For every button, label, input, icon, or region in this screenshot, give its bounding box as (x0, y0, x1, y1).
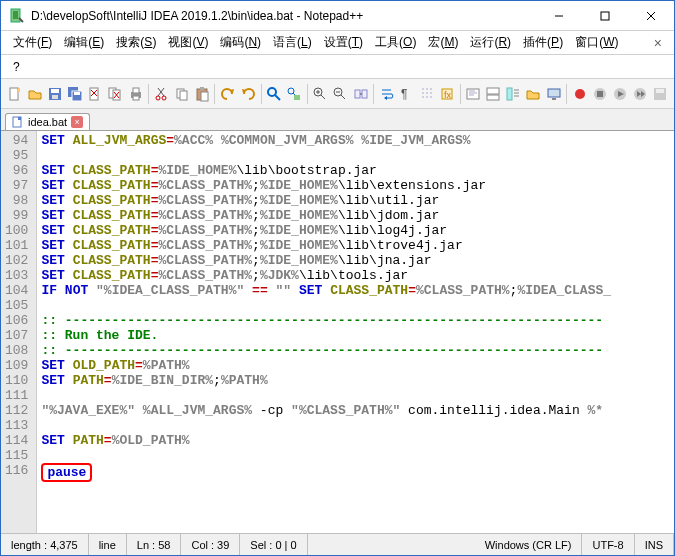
open-icon[interactable] (25, 83, 44, 105)
code-line[interactable]: :: Run the IDE. (41, 328, 611, 343)
code-line[interactable]: SET OLD_PATH=%PATH% (41, 358, 611, 373)
status-ins[interactable]: INS (635, 534, 674, 555)
code-line[interactable]: SET PATH=%OLD_PATH% (41, 433, 611, 448)
line-number-gutter: 9495969798991001011021031041051061071081… (1, 131, 37, 533)
code-line[interactable]: SET ALL_JVM_ARGS=%ACC% %COMMON_JVM_ARGS%… (41, 133, 611, 148)
find-icon[interactable] (264, 83, 283, 105)
svg-line-33 (275, 95, 280, 100)
svg-rect-36 (294, 95, 300, 100)
cut-icon[interactable] (152, 83, 171, 105)
monitor-icon[interactable] (544, 83, 563, 105)
closefile-icon[interactable] (86, 83, 105, 105)
indent-guide-icon[interactable] (417, 83, 436, 105)
toolbar: ¶ fx (1, 79, 674, 109)
redo-icon[interactable] (238, 83, 257, 105)
code-line[interactable]: IF NOT "%IDEA_CLASS_PATH%" == "" SET CLA… (41, 283, 611, 298)
stop-icon[interactable] (590, 83, 609, 105)
menu-close-x[interactable]: × (648, 35, 668, 51)
code-line[interactable]: "%JAVA_EXE%" %ALL_JVM_ARGS% -cp "%CLASS_… (41, 403, 611, 418)
zoomin-icon[interactable] (311, 83, 330, 105)
menu-n[interactable]: 编码(N) (214, 33, 267, 51)
menu-s[interactable]: 搜索(S) (110, 33, 162, 51)
replace-icon[interactable] (285, 83, 304, 105)
menu-v[interactable]: 视图(V) (162, 33, 214, 51)
menu-o[interactable]: 工具(O) (369, 33, 422, 51)
menu-t[interactable]: 设置(T) (318, 33, 369, 51)
zoomout-icon[interactable] (331, 83, 350, 105)
play-multi-icon[interactable] (631, 83, 650, 105)
code-line[interactable] (41, 388, 611, 403)
tabbar: idea.bat × (1, 109, 674, 131)
code-line[interactable]: SET PATH=%IDE_BIN_DIR%;%PATH% (41, 373, 611, 388)
svg-rect-64 (552, 98, 556, 100)
svg-rect-9 (52, 95, 58, 99)
function-list-icon[interactable] (504, 83, 523, 105)
code-line[interactable] (41, 418, 611, 433)
code-line[interactable]: SET CLASS_PATH=%CLASS_PATH%;%IDE_HOME%\l… (41, 193, 611, 208)
code-line[interactable] (41, 298, 611, 313)
maximize-button[interactable] (582, 1, 628, 30)
play-icon[interactable] (610, 83, 629, 105)
tab-idea-bat[interactable]: idea.bat × (5, 113, 90, 130)
code-line[interactable]: pause (41, 463, 611, 482)
sync-icon[interactable] (351, 83, 370, 105)
code-line[interactable]: SET CLASS_PATH=%CLASS_PATH%;%IDE_HOME%\l… (41, 178, 611, 193)
statusbar: length : 4,375 line Ln : 58 Col : 39 Sel… (1, 533, 674, 555)
undo-icon[interactable] (218, 83, 237, 105)
svg-rect-63 (548, 89, 560, 97)
closeall-icon[interactable] (106, 83, 125, 105)
code-line[interactable] (41, 148, 611, 163)
status-encoding[interactable]: UTF-8 (582, 534, 634, 555)
lang-icon[interactable]: fx (437, 83, 456, 105)
menubar-help-row: ? (1, 55, 674, 79)
save-icon[interactable] (45, 83, 64, 105)
menu-e[interactable]: 编辑(E) (58, 33, 110, 51)
svg-rect-67 (597, 91, 603, 97)
menu-help[interactable]: ? (7, 58, 26, 76)
menu-l[interactable]: 语言(L) (267, 33, 318, 51)
saveall-icon[interactable] (65, 83, 84, 105)
showall-icon[interactable]: ¶ (397, 83, 416, 105)
svg-rect-58 (487, 95, 499, 100)
code-line[interactable]: :: -------------------------------------… (41, 343, 611, 358)
code-line[interactable]: :: -------------------------------------… (41, 313, 611, 328)
copy-icon[interactable] (172, 83, 191, 105)
doc-map-icon[interactable] (463, 83, 482, 105)
svg-rect-5 (10, 88, 18, 100)
tab-close-icon[interactable]: × (71, 116, 83, 128)
svg-rect-8 (51, 89, 59, 93)
tab-label: idea.bat (28, 116, 67, 128)
folder-panel-icon[interactable] (524, 83, 543, 105)
code-line[interactable]: SET CLASS_PATH=%CLASS_PATH%;%IDE_HOME%\l… (41, 253, 611, 268)
code-line[interactable]: SET CLASS_PATH=%CLASS_PATH%;%JDK%\lib\to… (41, 268, 611, 283)
menubar: 文件(F)编辑(E)搜索(S)视图(V)编码(N)语言(L)设置(T)工具(O)… (1, 31, 674, 55)
menu-p[interactable]: 插件(P) (517, 33, 569, 51)
wrap-icon[interactable] (377, 83, 396, 105)
code-line[interactable] (41, 448, 611, 463)
menu-w[interactable]: 窗口(W) (569, 33, 624, 51)
doc-list-icon[interactable] (484, 83, 503, 105)
svg-text:fx: fx (444, 90, 452, 100)
menu-m[interactable]: 宏(M) (422, 33, 464, 51)
code-line[interactable]: SET CLASS_PATH=%CLASS_PATH%;%IDE_HOME%\l… (41, 208, 611, 223)
record-icon[interactable] (570, 83, 589, 105)
svg-point-26 (162, 96, 166, 100)
svg-rect-28 (180, 91, 187, 100)
code-line[interactable]: SET CLASS_PATH=%CLASS_PATH%;%IDE_HOME%\l… (41, 238, 611, 253)
svg-rect-12 (74, 92, 80, 95)
new-icon[interactable] (5, 83, 24, 105)
print-icon[interactable] (126, 83, 145, 105)
save-macro-icon[interactable] (651, 83, 670, 105)
menu-f[interactable]: 文件(F) (7, 33, 58, 51)
code-line[interactable]: SET CLASS_PATH=%CLASS_PATH%;%IDE_HOME%\l… (41, 223, 611, 238)
status-eol[interactable]: Windows (CR LF) (475, 534, 583, 555)
code-line[interactable]: SET CLASS_PATH=%IDE_HOME%\lib\bootstrap.… (41, 163, 611, 178)
file-icon (12, 116, 24, 128)
close-button[interactable] (628, 1, 674, 30)
window-title: D:\developSoft\IntelliJ IDEA 2019.1.2\bi… (31, 9, 536, 23)
paste-icon[interactable] (192, 83, 211, 105)
menu-r[interactable]: 运行(R) (464, 33, 517, 51)
editor[interactable]: 9495969798991001011021031041051061071081… (1, 131, 674, 533)
code-area[interactable]: SET ALL_JVM_ARGS=%ACC% %COMMON_JVM_ARGS%… (37, 131, 615, 533)
minimize-button[interactable] (536, 1, 582, 30)
